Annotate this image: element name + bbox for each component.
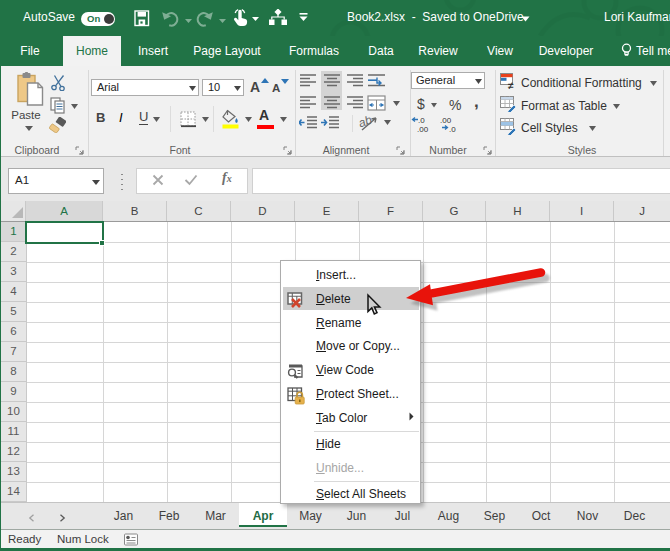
svg-text:≠: ≠ [508,80,514,90]
svg-text:.00: .00 [417,125,429,133]
svg-text:.0: .0 [449,125,456,133]
